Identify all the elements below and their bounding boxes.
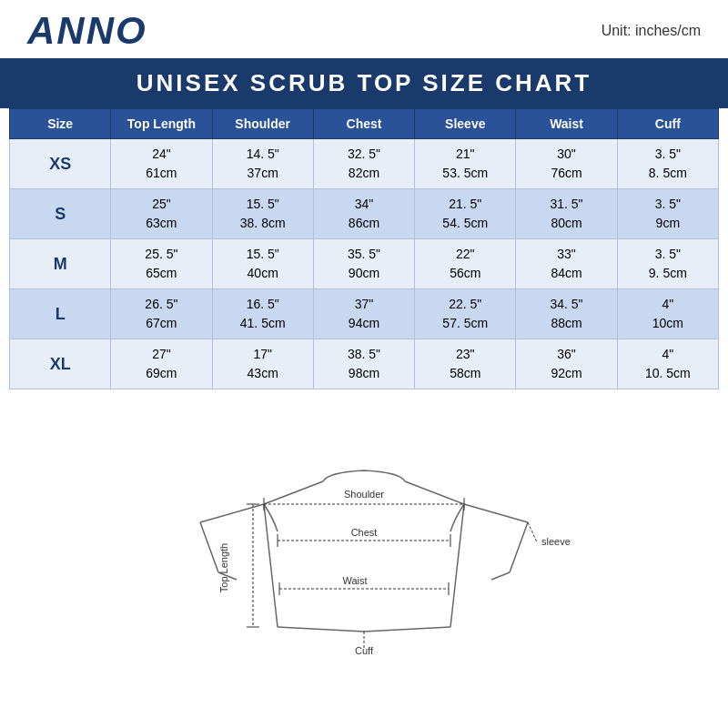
cell-shoulder: 16. 5"41. 5cm: [212, 289, 313, 339]
col-top-length: Top Length: [111, 109, 212, 139]
size-table-container: Size Top Length Shoulder Chest Sleeve Wa…: [0, 108, 728, 389]
svg-line-9: [491, 572, 510, 580]
chart-title: UNISEX SCRUB TOP SIZE CHART: [0, 58, 728, 108]
col-sleeve: Sleeve: [415, 109, 516, 139]
cell-sleeve: 21"53. 5cm: [415, 139, 516, 189]
col-size: Size: [10, 109, 111, 139]
cell-waist: 31. 5"80cm: [516, 189, 617, 239]
header: ANNO Unit: inches/cm: [0, 0, 728, 58]
cell-cuff: 3. 5"8. 5cm: [617, 139, 718, 189]
cell-waist: 34. 5"88cm: [516, 289, 617, 339]
cell-chest: 34"86cm: [313, 189, 414, 239]
svg-line-11: [364, 627, 450, 632]
svg-line-8: [510, 522, 528, 572]
sleeve-label: sleeve: [541, 536, 571, 547]
table-row: L26. 5"67cm16. 5"41. 5cm37"94cm22. 5"57.…: [10, 289, 719, 339]
svg-line-24: [528, 522, 537, 542]
cell-waist: 30"76cm: [516, 139, 617, 189]
cell-chest: 38. 5"98cm: [313, 339, 414, 389]
cell-top_length: 27"69cm: [111, 339, 212, 389]
cell-top_length: 26. 5"67cm: [111, 289, 212, 339]
cell-cuff: 4"10cm: [617, 289, 718, 339]
cell-sleeve: 21. 5"54. 5cm: [415, 189, 516, 239]
cell-top_length: 25"63cm: [111, 189, 212, 239]
cell-size: S: [10, 189, 111, 239]
cell-shoulder: 17"43cm: [212, 339, 313, 389]
cell-size: M: [10, 239, 111, 289]
col-shoulder: Shoulder: [212, 109, 313, 139]
cell-top_length: 24"61cm: [111, 139, 212, 189]
size-table: Size Top Length Shoulder Chest Sleeve Wa…: [9, 108, 719, 389]
cell-shoulder: 15. 5"38. 8cm: [212, 189, 313, 239]
waist-label: Waist: [342, 575, 367, 586]
cell-sleeve: 22. 5"57. 5cm: [415, 289, 516, 339]
table-row: XS24"61cm14. 5"37cm32. 5"82cm21"53. 5cm3…: [10, 139, 719, 189]
col-waist: Waist: [516, 109, 617, 139]
shoulder-label: Shoulder: [344, 489, 384, 500]
table-row: M25. 5"65cm15. 5"40cm35. 5"90cm22"56cm33…: [10, 239, 719, 289]
cell-shoulder: 15. 5"40cm: [212, 239, 313, 289]
garment-svg: Shoulder Chest Waist Top Length sleeve C…: [146, 454, 582, 663]
measurement-diagram: Shoulder Chest Waist Top Length sleeve C…: [0, 389, 728, 728]
table-header-row: Size Top Length Shoulder Chest Sleeve Wa…: [10, 109, 719, 139]
cell-chest: 37"94cm: [313, 289, 414, 339]
svg-line-0: [264, 481, 323, 504]
cell-size: XS: [10, 139, 111, 189]
unit-label: Unit: inches/cm: [602, 23, 701, 39]
cell-cuff: 3. 5"9cm: [617, 189, 718, 239]
cell-waist: 36"92cm: [516, 339, 617, 389]
svg-line-2: [200, 522, 218, 572]
logo: ANNO: [27, 9, 147, 53]
page: ANNO Unit: inches/cm UNISEX SCRUB TOP SI…: [0, 0, 728, 728]
top-length-label: Top Length: [218, 543, 229, 592]
svg-line-7: [464, 504, 528, 522]
cell-chest: 35. 5"90cm: [313, 239, 414, 289]
col-chest: Chest: [313, 109, 414, 139]
cell-cuff: 4"10. 5cm: [617, 339, 718, 389]
cell-sleeve: 23"58cm: [415, 339, 516, 389]
cell-size: XL: [10, 339, 111, 389]
table-row: S25"63cm15. 5"38. 8cm34"86cm21. 5"54. 5c…: [10, 189, 719, 239]
table-row: XL27"69cm17"43cm38. 5"98cm23"58cm36"92cm…: [10, 339, 719, 389]
cell-waist: 33"84cm: [516, 239, 617, 289]
cell-shoulder: 14. 5"37cm: [212, 139, 313, 189]
cell-top_length: 25. 5"65cm: [111, 239, 212, 289]
svg-line-10: [450, 504, 464, 627]
cell-sleeve: 22"56cm: [415, 239, 516, 289]
svg-line-1: [200, 504, 264, 522]
cell-size: L: [10, 289, 111, 339]
svg-line-5: [278, 627, 364, 632]
svg-line-6: [405, 481, 464, 504]
svg-line-4: [264, 504, 278, 627]
chest-label: Chest: [351, 527, 378, 538]
col-cuff: Cuff: [617, 109, 718, 139]
cell-cuff: 3. 5"9. 5cm: [617, 239, 718, 289]
cell-chest: 32. 5"82cm: [313, 139, 414, 189]
